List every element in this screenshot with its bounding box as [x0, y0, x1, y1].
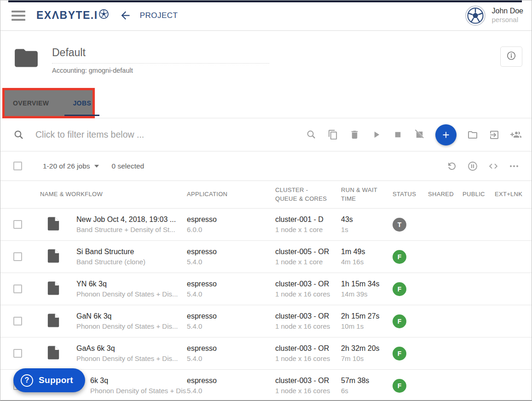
create-job-button[interactable] [435, 124, 457, 145]
job-cores: 1 node x 1 core [275, 226, 341, 233]
job-name[interactable]: YN 6k 3q [76, 280, 187, 288]
table-row[interactable]: YN 6k 3q Phonon Density of States + Dis.… [0, 273, 532, 305]
job-cluster-queue: cluster-005 - OR [275, 248, 341, 256]
top-navigation-bar: EXΛBYTE.I PROJECT [0, 0, 532, 31]
row-checkbox[interactable] [13, 317, 22, 325]
col-header-cluster[interactable]: CLUSTER - QUEUE & CORES [275, 186, 341, 203]
user-avatar[interactable] [465, 6, 486, 26]
copy-icon[interactable] [327, 129, 338, 140]
table-row[interactable]: New Job Oct 4, 2018, 19:03 ... Band Stru… [0, 209, 532, 241]
tabs-bar: OVERVIEW JOBS [0, 88, 532, 118]
select-all-checkbox[interactable] [13, 162, 22, 170]
job-cores: 1 node x 16 cores [275, 290, 341, 298]
app-window: EXΛBYTE.I PROJECT [0, 0, 532, 401]
job-run-time: 2h 15m 27s [341, 312, 393, 320]
move-to-folder-icon[interactable] [467, 129, 478, 140]
job-name[interactable]: GaN 6k 3q [76, 312, 187, 320]
row-checkbox[interactable] [13, 349, 22, 358]
job-name[interactable]: New Job Oct 4, 2018, 19:03 ... [76, 215, 187, 224]
job-cores: 1 node x 1 core [275, 258, 341, 266]
job-wait-time: 14m 39s [341, 290, 393, 298]
file-icon [34, 313, 76, 330]
job-cores: 1 node x 16 cores [275, 322, 341, 330]
col-header-shared[interactable]: SHARED [428, 190, 463, 199]
job-name[interactable]: GaAs 6k 3q [76, 344, 187, 353]
job-run-time: 1m 49s [341, 248, 393, 256]
selected-count: 0 selected [112, 162, 145, 170]
col-header-ext-lnk[interactable]: EXT+LNK [495, 190, 532, 199]
job-wait-time: 1s [341, 226, 393, 233]
support-label: Support [39, 375, 73, 385]
job-run-time: 57m 38s [341, 377, 393, 385]
job-app-version: 5.4.0 [187, 355, 275, 362]
job-cluster-queue: cluster-003 - OR [275, 312, 341, 320]
refresh-icon[interactable] [446, 161, 457, 172]
job-wait-time: 7m 10s [341, 355, 393, 362]
run-icon[interactable] [370, 129, 382, 140]
table-row[interactable]: Si Band Structure Band Structure (clone)… [0, 241, 532, 273]
job-app-version: 5.4.0 [187, 258, 275, 266]
job-workflow: Band Structure (clone) [76, 258, 187, 266]
more-options-icon[interactable] [509, 161, 520, 172]
file-icon [34, 280, 76, 298]
job-cluster-queue: cluster-001 - D [275, 215, 341, 224]
job-workflow: Phonon Density of States + Dis... [76, 355, 187, 362]
stop-icon[interactable] [392, 129, 403, 140]
support-button[interactable]: ? Support [13, 368, 85, 392]
job-run-time: 43s [341, 215, 393, 224]
share-with-team-icon[interactable] [510, 129, 521, 140]
table-row[interactable]: GaN 6k 3q Phonon Density of States + Dis… [0, 305, 532, 337]
row-checkbox[interactable] [13, 285, 22, 293]
project-title: Default [52, 46, 269, 64]
row-checkbox[interactable] [13, 220, 22, 229]
import-icon[interactable] [489, 129, 500, 140]
annotation-highlight-box: OVERVIEW JOBS [2, 88, 95, 118]
job-workflow: Band Structure + Density of St... [76, 226, 187, 233]
active-tab-indicator [64, 115, 99, 116]
pause-icon[interactable] [467, 161, 478, 172]
exabyte-logo[interactable]: EXΛBYTE.I [36, 9, 109, 22]
back-arrow-icon[interactable] [119, 9, 132, 22]
tab-overview[interactable]: OVERVIEW [13, 99, 49, 107]
file-icon [34, 216, 76, 233]
job-name[interactable]: 6k 3q [90, 377, 187, 385]
job-workflow: Phonon Density of States + Dis... [76, 322, 187, 330]
job-name[interactable]: Si Band Structure [76, 248, 187, 256]
info-button[interactable] [500, 46, 522, 67]
col-header-application[interactable]: APPLICATION [187, 190, 275, 199]
file-icon [34, 345, 76, 362]
status-badge: F [393, 379, 406, 393]
chevron-down-icon [94, 165, 99, 168]
filter-input[interactable] [35, 129, 256, 140]
user-role: personal [492, 16, 524, 24]
col-header-status[interactable]: STATUS [393, 190, 428, 199]
code-view-icon[interactable] [488, 161, 499, 172]
job-application: espresso [187, 280, 275, 288]
tab-jobs[interactable]: JOBS [66, 90, 98, 116]
job-cluster-queue: cluster-003 - OR [275, 280, 341, 288]
search-icon[interactable] [306, 129, 317, 140]
window-top-edge [8, 0, 522, 2]
menu-icon[interactable] [12, 11, 25, 21]
job-app-version: 5.4.0 [187, 322, 275, 330]
table-header-row: NAME & WORKFLOW APPLICATION CLUSTER - QU… [0, 181, 532, 209]
cancel-stop-icon[interactable] [414, 129, 425, 140]
list-controls-bar: 1-20 of 26 jobs 0 selected [0, 151, 532, 181]
job-cores: 1 node x 16 cores [275, 355, 341, 362]
job-app-version: 6.0.0 [187, 226, 275, 233]
user-name[interactable]: John Doe [492, 6, 524, 16]
filter-toolbar [0, 118, 532, 151]
job-application: espresso [187, 215, 275, 224]
job-cluster-queue: cluster-003 - OR [275, 344, 341, 353]
soccer-ball-icon [98, 9, 109, 22]
job-wait-time: 6s [341, 387, 393, 395]
delete-icon[interactable] [349, 129, 360, 140]
col-header-public[interactable]: PUBLIC [463, 190, 495, 199]
table-row[interactable]: GaAs 6k 3q Phonon Density of States + Di… [0, 337, 532, 370]
row-checkbox[interactable] [13, 252, 22, 261]
job-run-time: 1h 15m 34s [341, 280, 393, 288]
pagination-dropdown[interactable]: 1-20 of 26 jobs [43, 162, 99, 170]
col-header-run-wait[interactable]: RUN & WAIT TIME [341, 186, 393, 203]
job-app-version: 5.4.0 [187, 387, 275, 395]
col-header-name[interactable]: NAME & WORKFLOW [40, 190, 187, 199]
